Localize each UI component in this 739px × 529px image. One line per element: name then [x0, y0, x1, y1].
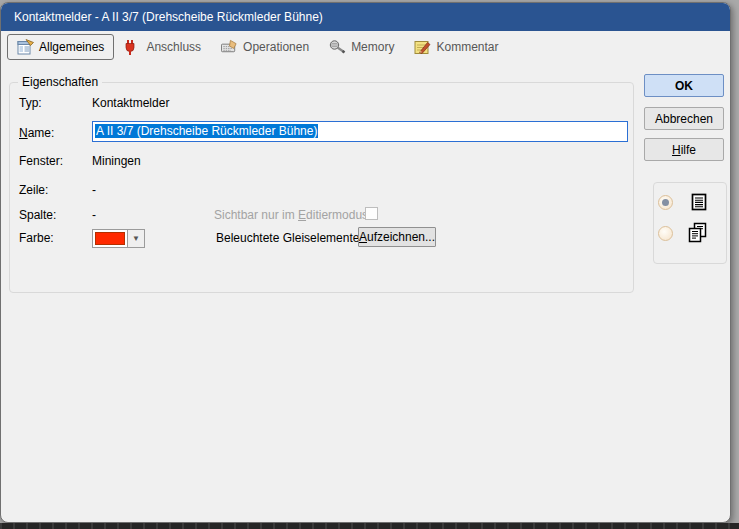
hilfe-button[interactable]: Hilfe: [644, 138, 724, 161]
sichtbar-label: Sichtbar nur im Editiermodus:: [214, 209, 371, 222]
tab-anschluss[interactable]: Anschluss: [114, 34, 211, 60]
background-window-strip: [0, 523, 739, 529]
note-icon: [414, 39, 431, 55]
name-input-selected-text: A II 3/7 (Drehscheibe Rückmleder Bühne): [95, 124, 318, 138]
tab-memory[interactable]: Memory: [319, 34, 404, 60]
screen-background: Kontaktmelder - A II 3/7 (Drehscheibe Rü…: [0, 0, 739, 529]
multi-view-radio[interactable]: [658, 226, 673, 241]
eigenschaften-group: Eigenschaften: [9, 82, 634, 293]
titlebar[interactable]: Kontaktmelder - A II 3/7 (Drehscheibe Rü…: [1, 3, 730, 31]
name-input[interactable]: A II 3/7 (Drehscheibe Rückmleder Bühne): [92, 121, 628, 142]
plug-icon: [124, 39, 141, 55]
chevron-down-icon[interactable]: ▼: [127, 230, 144, 247]
tab-label: Allgemeines: [39, 40, 104, 54]
kontaktmelder-dialog: Kontaktmelder - A II 3/7 (Drehscheibe Rü…: [0, 2, 731, 523]
tab-operationen[interactable]: Operationen: [211, 34, 319, 60]
zeile-label: Zeile:: [19, 184, 48, 197]
sichtbar-checkbox[interactable]: [365, 207, 378, 220]
typ-value: Kontaktmelder: [92, 97, 169, 110]
beleuchtete-label: Beleuchtete Gleiselemente:: [216, 232, 363, 245]
form-icon: [17, 39, 34, 55]
ok-button[interactable]: OK: [644, 74, 724, 97]
tab-label: Kommentar: [436, 40, 498, 54]
window-title: Kontaktmelder - A II 3/7 (Drehscheibe Rü…: [1, 10, 323, 24]
name-label: Name:: [19, 127, 54, 140]
tab-kommentar[interactable]: Kommentar: [404, 34, 508, 60]
aufzeichnen-button[interactable]: Aufzeichnen...: [358, 227, 436, 247]
farbe-label: Farbe:: [19, 232, 54, 245]
fenster-value: Miningen: [92, 155, 141, 168]
keyboard-icon: [221, 39, 238, 55]
tab-bar: Allgemeines Anschluss: [7, 34, 509, 60]
typ-label: Typ:: [19, 97, 42, 110]
document-list-icon: [691, 193, 707, 215]
fenster-label: Fenster:: [19, 155, 63, 168]
abbrechen-button[interactable]: Abbrechen: [644, 107, 724, 130]
tab-allgemeines[interactable]: Allgemeines: [7, 34, 114, 60]
microphone-icon: [329, 39, 346, 55]
farbe-color-dropdown[interactable]: ▼: [92, 229, 145, 248]
tab-label: Anschluss: [146, 40, 201, 54]
spalte-value: -: [92, 209, 96, 222]
single-view-radio[interactable]: [658, 195, 673, 210]
documents-stack-icon: [687, 222, 708, 248]
tab-label: Memory: [351, 40, 394, 54]
tab-label: Operationen: [243, 40, 309, 54]
farbe-color-swatch: [95, 232, 125, 245]
eigenschaften-group-label: Eigenschaften: [18, 75, 102, 89]
zeile-value: -: [92, 184, 96, 197]
spalte-label: Spalte:: [19, 209, 56, 222]
